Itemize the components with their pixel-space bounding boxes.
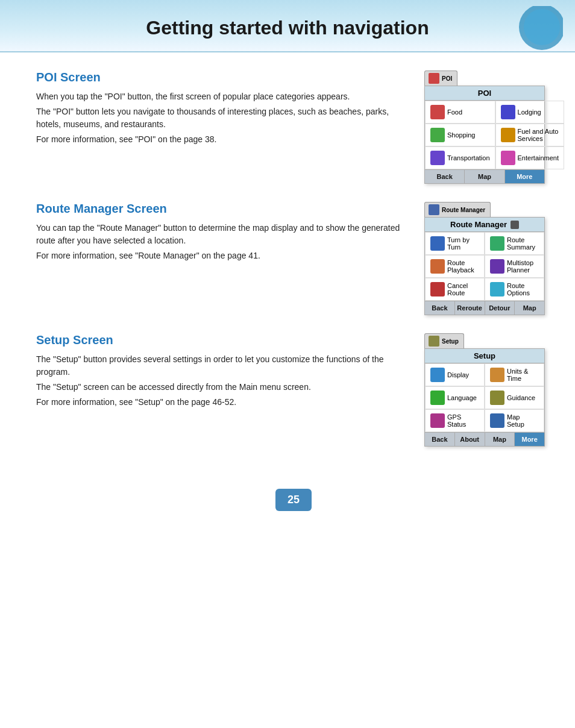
section-setup-para-0: The "Setup" button provides several sett… xyxy=(36,353,406,378)
section-poi-para-2: For more information, see "POI" on the p… xyxy=(36,133,406,146)
device-route-manager: Route ManagerTurn by TurnRoute SummaryRo… xyxy=(424,217,545,315)
device-cell-icon-setup-0 xyxy=(430,368,445,382)
footer-btn-setup-about[interactable]: About xyxy=(455,433,485,446)
device-cell-icon-route-manager-3 xyxy=(490,259,504,274)
device-cell-label-route-manager-5: Route Options xyxy=(507,282,539,297)
device-cell-route-manager-2[interactable]: Route Playback xyxy=(425,255,485,278)
device-cell-label-route-manager-0: Turn by Turn xyxy=(447,236,479,251)
device-cell-icon-setup-1 xyxy=(490,368,504,382)
section-text-poi: POI ScreenWhen you tap the "POI" button,… xyxy=(36,71,424,148)
tab-icon-setup xyxy=(429,336,439,347)
device-cell-label-poi-3: Fuel and Auto Services xyxy=(518,128,559,142)
section-setup-para-1: The "Setup" screen can be accessed direc… xyxy=(36,381,406,394)
device-cell-icon-setup-3 xyxy=(490,391,504,405)
footer-btn-route-manager-reroute[interactable]: Reroute xyxy=(455,301,485,315)
device-cell-setup-3[interactable]: Guidance xyxy=(485,386,544,409)
device-cell-icon-route-manager-4 xyxy=(430,282,445,297)
device-cell-icon-route-manager-5 xyxy=(490,282,504,297)
tab-route-manager[interactable]: Route Manager xyxy=(424,202,491,217)
header-decoration xyxy=(509,6,563,63)
device-cell-setup-0[interactable]: Display xyxy=(425,363,485,386)
device-cell-icon-route-manager-1 xyxy=(490,236,504,251)
device-cell-poi-4[interactable]: Transportation xyxy=(425,146,495,169)
device-cell-icon-poi-3 xyxy=(501,128,515,142)
device-cell-poi-1[interactable]: Lodging xyxy=(495,101,564,124)
device-cell-poi-0[interactable]: Food xyxy=(425,101,495,124)
device-setup: SetupDisplayUnits & TimeLanguageGuidance… xyxy=(424,348,545,447)
device-cell-icon-setup-5 xyxy=(490,413,504,428)
tab-label-setup: Setup xyxy=(442,338,459,345)
tab-poi[interactable]: POI xyxy=(424,71,457,86)
section-title-setup: Setup Screen xyxy=(36,333,406,347)
section-text-setup: Setup ScreenThe "Setup" button provides … xyxy=(36,333,424,411)
device-cell-setup-2[interactable]: Language xyxy=(425,386,485,409)
device-poi: POIFoodLodgingShoppingFuel and Auto Serv… xyxy=(424,86,545,184)
section-route-manager-para-0: You can tap the "Route Manager" button t… xyxy=(36,222,406,247)
section-poi-para-1: The "POI" button lets you navigate to th… xyxy=(36,105,406,131)
section-route-manager: Route Manager ScreenYou can tap the "Rou… xyxy=(36,202,551,315)
device-cell-label-poi-2: Shopping xyxy=(447,131,476,139)
device-cell-icon-setup-4 xyxy=(430,413,445,428)
device-cell-icon-poi-2 xyxy=(430,128,445,142)
footer-btn-poi-map[interactable]: Map xyxy=(465,170,504,183)
device-cell-label-setup-2: Language xyxy=(447,394,477,401)
device-cell-icon-poi-4 xyxy=(430,151,445,165)
device-cell-setup-4[interactable]: GPS Status xyxy=(425,409,485,432)
device-cell-label-route-manager-1: Route Summary xyxy=(507,236,539,251)
tab-setup[interactable]: Setup xyxy=(424,333,464,348)
device-cell-poi-3[interactable]: Fuel and Auto Services xyxy=(495,124,564,146)
footer-btn-setup-map[interactable]: Map xyxy=(485,433,515,446)
device-cell-label-route-manager-3: Multistop Planner xyxy=(507,259,539,274)
device-cell-label-route-manager-4: Cancel Route xyxy=(447,282,479,297)
device-cell-setup-5[interactable]: Map Setup xyxy=(485,409,544,432)
section-route-manager-para-1: For more information, see "Route Manager… xyxy=(36,249,406,262)
svg-point-1 xyxy=(524,9,560,45)
footer-btn-setup-back[interactable]: Back xyxy=(425,433,455,446)
tab-label-poi: POI xyxy=(442,75,452,82)
footer-btn-route-manager-detour[interactable]: Detour xyxy=(485,301,515,315)
device-footer-route-manager: BackRerouteDetourMap xyxy=(425,301,544,315)
device-cell-label-setup-0: Display xyxy=(447,371,469,378)
section-setup-para-2: For more information, see "Setup" on the… xyxy=(36,396,406,409)
device-cell-setup-1[interactable]: Units & Time xyxy=(485,363,544,386)
footer-btn-poi-back[interactable]: Back xyxy=(425,170,465,183)
device-cell-route-manager-1[interactable]: Route Summary xyxy=(485,232,544,255)
device-grid-poi: FoodLodgingShoppingFuel and Auto Service… xyxy=(425,101,544,169)
section-setup: Setup ScreenThe "Setup" button provides … xyxy=(36,333,551,447)
page-badge: 25 xyxy=(275,489,312,511)
device-cell-icon-poi-1 xyxy=(501,105,515,119)
device-header-setup: Setup xyxy=(425,349,544,363)
device-cell-poi-5[interactable]: Entertainment xyxy=(495,146,564,169)
device-header-route-manager: Route Manager xyxy=(425,218,544,232)
section-screen-route-manager: Route ManagerRoute ManagerTurn by TurnRo… xyxy=(424,202,551,315)
device-cell-icon-poi-5 xyxy=(501,151,515,165)
section-title-poi: POI Screen xyxy=(36,71,406,84)
footer-btn-route-manager-map[interactable]: Map xyxy=(515,301,544,315)
page-header: Getting started with navigation xyxy=(0,0,575,52)
footer-btn-poi-more[interactable]: More xyxy=(505,170,544,183)
device-cell-route-manager-0[interactable]: Turn by Turn xyxy=(425,232,485,255)
tab-icon-poi xyxy=(429,73,439,84)
device-cell-icon-route-manager-2 xyxy=(430,259,445,274)
device-cell-label-route-manager-2: Route Playback xyxy=(447,259,479,274)
device-cell-label-poi-5: Entertainment xyxy=(518,154,559,162)
page-number-area: 25 xyxy=(36,489,551,511)
device-cell-route-manager-5[interactable]: Route Options xyxy=(485,278,544,301)
device-cell-label-poi-1: Lodging xyxy=(518,108,541,116)
device-cell-poi-2[interactable]: Shopping xyxy=(425,124,495,146)
footer-btn-route-manager-back[interactable]: Back xyxy=(425,301,455,315)
section-screen-setup: SetupSetupDisplayUnits & TimeLanguageGui… xyxy=(424,333,551,447)
device-footer-poi: BackMapMore xyxy=(425,169,544,183)
section-poi-para-0: When you tap the "POI" button, the first… xyxy=(36,90,406,103)
device-cell-label-setup-3: Guidance xyxy=(507,394,535,401)
device-grid-setup: DisplayUnits & TimeLanguageGuidanceGPS S… xyxy=(425,363,544,432)
page-title: Getting started with navigation xyxy=(36,17,539,39)
device-header-poi: POI xyxy=(425,86,544,101)
device-cell-route-manager-3[interactable]: Multistop Planner xyxy=(485,255,544,278)
device-cell-route-manager-4[interactable]: Cancel Route xyxy=(425,278,485,301)
footer-btn-setup-more[interactable]: More xyxy=(515,433,544,446)
device-cell-label-setup-4: GPS Status xyxy=(447,413,479,428)
section-screen-poi: POIPOIFoodLodgingShoppingFuel and Auto S… xyxy=(424,71,551,184)
device-cell-icon-setup-2 xyxy=(430,391,445,405)
tab-icon-route-manager xyxy=(429,204,439,215)
